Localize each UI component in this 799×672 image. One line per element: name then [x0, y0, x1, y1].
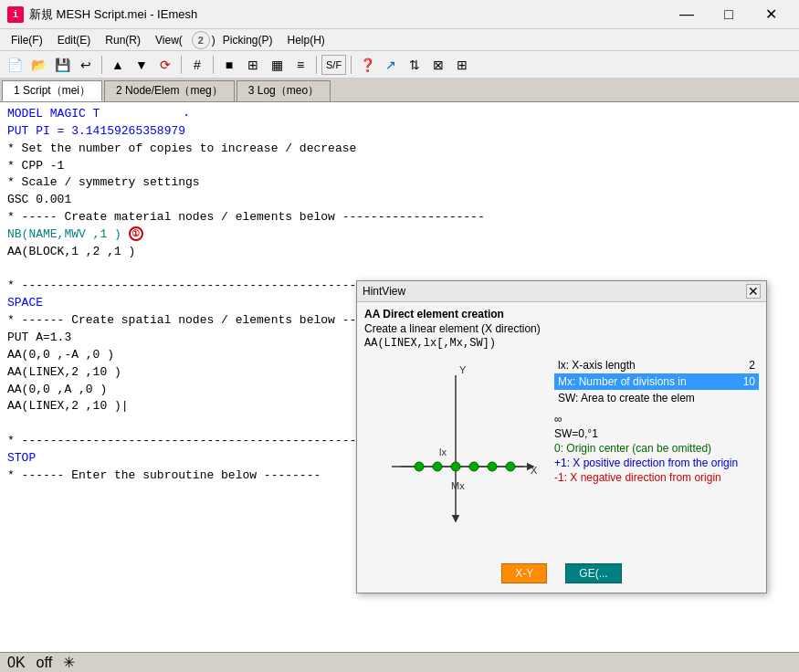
param-lx: lx: X-axis length 2 — [554, 357, 759, 373]
badge-1: ① — [129, 226, 143, 241]
toolbar-grid3[interactable]: ⊞ — [451, 54, 473, 76]
maximize-button[interactable]: □ — [708, 0, 750, 29]
toolbar-save[interactable]: 💾 — [51, 54, 73, 76]
btn-ge[interactable]: GE(... — [565, 563, 621, 583]
hintview-heading1: AA Direct element creation — [364, 308, 759, 320]
svg-point-11 — [488, 462, 497, 471]
hintview-title-label: HintView — [363, 285, 405, 298]
toolbar-open[interactable]: 📂 — [27, 54, 49, 76]
toolbar-grid2[interactable]: ▦ — [266, 54, 288, 76]
param-lx-name: lx: X-axis length — [558, 359, 728, 372]
btn-xy[interactable]: X-Y — [501, 563, 547, 583]
hintview-heading2: Create a linear element (X direction) — [364, 322, 759, 335]
toolbar-arrow[interactable]: ↗ — [380, 54, 402, 76]
sw-option-minus1: -1: X negative direction from origin — [554, 470, 759, 485]
svg-point-12 — [506, 462, 515, 471]
toolbar-cross[interactable]: ⊠ — [427, 54, 449, 76]
toolbar-up[interactable]: ▲ — [107, 54, 129, 76]
hintview-body: AA Direct element creation Create a line… — [357, 302, 766, 593]
svg-point-10 — [469, 462, 478, 471]
toolbar-undo[interactable]: ↩ — [75, 54, 97, 76]
toolbar-down[interactable]: ▼ — [131, 54, 152, 76]
toolbar-separator-4 — [316, 56, 317, 74]
code-line: MODEL MAGIC T — [7, 106, 795, 123]
toolbar-separator-1 — [101, 56, 102, 74]
main-area: · MODEL MAGIC T PUT PI = 3.1415926535897… — [0, 102, 799, 652]
sw-options: ∞ SW=0,°1 0: Origin center (can be omitt… — [554, 412, 759, 485]
statusbar: 0K off ✳ — [0, 652, 799, 672]
menu-view[interactable]: View( — [148, 32, 190, 48]
hintview-syntax: AA(LINEX,lx[,Mx,SW]) — [364, 337, 759, 350]
toolbar-new[interactable]: 📄 — [4, 54, 26, 76]
hintview-content: Y X lx Mx — [364, 357, 759, 558]
toolbar: 📄 📂 💾 ↩ ▲ ▼ ⟳ # ■ ⊞ ▦ ≡ S/F ❓ ↗ ⇅ ⊠ ⊞ — [0, 51, 799, 79]
toolbar-separator-5 — [351, 56, 352, 74]
cursor-indicator: · — [183, 106, 190, 124]
param-lx-value: 2 — [728, 359, 755, 372]
menu-file[interactable]: File(F) — [4, 32, 50, 48]
code-line: AA(BLOCK,1 ,2 ,1 ) — [7, 244, 795, 261]
tab-node-elem[interactable]: 2 Node/Elem（meg） — [104, 80, 235, 101]
toolbar-refresh[interactable]: ⟳ — [154, 54, 176, 76]
minimize-button[interactable]: — — [666, 0, 708, 29]
code-line: * CPP -1 — [7, 158, 795, 175]
tab-log[interactable]: 3 Log（meo） — [237, 80, 331, 101]
sw-default: SW=0,°1 — [554, 426, 759, 441]
toolbar-sf[interactable]: S/F — [321, 55, 346, 75]
hintview-popup: HintView ✕ AA Direct element creation Cr… — [356, 280, 767, 593]
code-line-nb: NB(NAME,MWV ,1 ) ① — [7, 226, 795, 244]
toolbar-separator-3 — [213, 56, 214, 74]
sw-option-plus1: +1: X positive direction from the origin — [554, 456, 759, 470]
param-mx-name: Mx: Number of divisions in — [558, 375, 728, 388]
toolbar-exchange[interactable]: ⇅ — [404, 54, 426, 76]
svg-text:Y: Y — [459, 364, 467, 375]
param-sw: SW: Area to create the elem — [554, 390, 759, 406]
hintview-buttons: X-Y GE(... — [364, 558, 759, 587]
status-off[interactable]: off — [37, 655, 53, 671]
svg-text:Mx: Mx — [451, 480, 465, 491]
window-title: 新規 MESH Script.mei - IEmesh — [29, 6, 197, 23]
code-line: * ----- Create material nodes / elements… — [7, 209, 795, 226]
svg-text:lx: lx — [439, 446, 447, 457]
toolbar-lines[interactable]: ≡ — [289, 54, 311, 76]
menu-edit[interactable]: Edit(E) — [50, 32, 99, 48]
code-line: * Scale / symmetry settings — [7, 174, 795, 192]
status-asterisk[interactable]: ✳ — [63, 654, 75, 671]
toolbar-separator-2 — [181, 56, 182, 74]
svg-text:X: X — [531, 465, 538, 476]
svg-point-7 — [415, 462, 424, 471]
toolbar-help[interactable]: ❓ — [356, 54, 378, 76]
menu-help[interactable]: Help(H) — [280, 32, 332, 48]
app-icon: i — [7, 6, 24, 23]
toolbar-rect[interactable]: ■ — [218, 54, 240, 76]
tab-script[interactable]: 1 Script（mei） — [2, 80, 102, 101]
code-line: GSC 0.001 — [7, 192, 795, 209]
tab-bar: 1 Script（mei） 2 Node/Elem（meg） 3 Log（meo… — [0, 79, 799, 102]
menubar: File(F) Edit(E) Run(R) View( 2 ) Picking… — [0, 29, 799, 51]
param-sw-name: SW: Area to create the elem — [558, 392, 728, 404]
param-mx-value: 10 — [728, 375, 755, 388]
menu-picking[interactable]: Picking(P) — [216, 32, 280, 48]
svg-point-8 — [433, 462, 442, 471]
close-button[interactable]: ✕ — [750, 0, 792, 29]
view-number-badge[interactable]: 2 — [192, 31, 210, 49]
code-line: PUT PI = 3.14159265358979 — [7, 123, 795, 141]
status-ok[interactable]: 0K — [7, 655, 26, 671]
titlebar: i 新規 MESH Script.mei - IEmesh — □ ✕ — [0, 0, 799, 29]
toolbar-hash[interactable]: # — [186, 54, 208, 76]
svg-point-9 — [451, 462, 460, 471]
hintview-diagram: Y X lx Mx — [364, 357, 547, 558]
menu-run[interactable]: Run(R) — [98, 32, 148, 48]
sw-option-0: 0: Origin center (can be omitted) — [554, 441, 759, 456]
window-controls: — □ ✕ — [666, 0, 792, 29]
hintview-params: lx: X-axis length 2 Mx: Number of divisi… — [554, 357, 759, 558]
sw-infinity: ∞ — [554, 412, 759, 426]
code-line — [7, 261, 795, 278]
hintview-close-button[interactable]: ✕ — [746, 284, 761, 299]
code-line: * Set the number of copies to increase /… — [7, 141, 795, 158]
param-mx: Mx: Number of divisions in 10 — [554, 373, 759, 390]
toolbar-grid1[interactable]: ⊞ — [242, 54, 264, 76]
hintview-titlebar: HintView ✕ — [357, 281, 766, 302]
